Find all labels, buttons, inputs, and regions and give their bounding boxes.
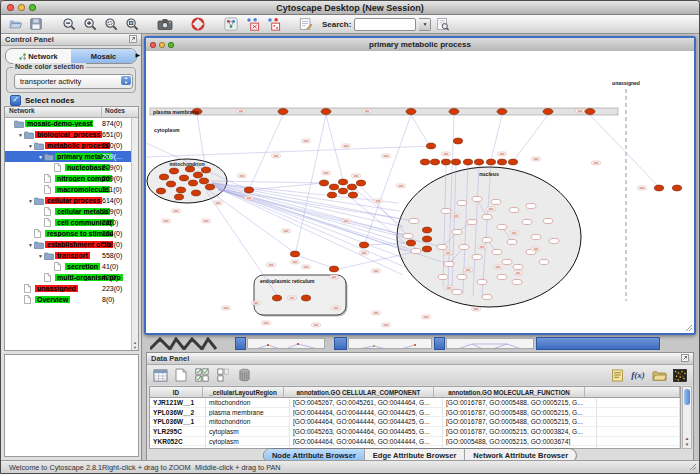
expand-arrow-icon[interactable]: ▼ — [27, 242, 34, 248]
network-node[interactable] — [497, 159, 506, 165]
network-node[interactable] — [347, 184, 356, 190]
tab-overflow-arrow[interactable]: ▶ — [135, 51, 140, 58]
tab-network[interactable]: Network — [6, 49, 71, 63]
network-node[interactable] — [422, 236, 431, 242]
network-node[interactable] — [403, 233, 413, 238]
tree-row[interactable]: ▼establishment of lo558(0) — [5, 239, 131, 250]
network-node[interactable] — [477, 279, 487, 284]
network-node[interactable] — [348, 192, 357, 198]
network-node[interactable] — [193, 172, 202, 178]
tree-row[interactable]: multi-organism pro42(0) — [5, 272, 131, 283]
network-overview-icon[interactable] — [222, 16, 240, 32]
network-node[interactable] — [463, 159, 472, 165]
network-node[interactable] — [508, 159, 517, 165]
network-node[interactable] — [166, 181, 175, 187]
network-node[interactable] — [176, 187, 185, 193]
network-node[interactable] — [411, 248, 421, 253]
tree-col-network[interactable]: Network — [5, 107, 102, 117]
background-window-edge[interactable] — [536, 337, 660, 350]
expand-arrow-icon[interactable]: ▼ — [37, 154, 44, 160]
network-node[interactable] — [319, 180, 328, 186]
network-node[interactable] — [420, 159, 429, 165]
network-node[interactable] — [422, 246, 431, 252]
unselect-attributes-icon[interactable] — [214, 367, 232, 383]
network-node[interactable] — [585, 109, 595, 115]
network-node[interactable] — [444, 261, 454, 266]
network-node[interactable] — [543, 109, 553, 115]
expand-arrow-icon[interactable]: ▼ — [17, 132, 24, 138]
attribute-matrix-icon[interactable] — [671, 367, 689, 383]
notes-icon[interactable] — [608, 367, 626, 383]
network-node[interactable] — [159, 174, 168, 180]
network-node[interactable] — [549, 238, 559, 243]
minimize-button[interactable] — [18, 4, 25, 11]
import-attributes-icon[interactable] — [650, 367, 668, 383]
tree-row[interactable]: cell communicat22(0) — [5, 217, 131, 228]
network-node[interactable] — [437, 244, 447, 249]
network-node[interactable] — [338, 179, 347, 185]
annotation-icon[interactable] — [297, 16, 315, 32]
col-cellular-layout-region[interactable]: _cellularLayoutRegion — [203, 387, 284, 397]
tree-row[interactable]: cellular metabo209(0) — [5, 206, 131, 217]
network-node[interactable] — [301, 295, 310, 301]
expand-arrow-icon[interactable]: ▼ — [27, 198, 34, 204]
network-node[interactable] — [539, 259, 549, 264]
table-row[interactable]: YJR121W__1mitochondrion[GO:0045267, GO:0… — [150, 398, 680, 408]
cytopanel-ring-icon[interactable] — [189, 16, 207, 32]
network-node[interactable] — [482, 214, 492, 219]
network-canvas[interactable]: plasma membranecytoplasmmitochondrionnuc… — [146, 51, 694, 333]
network-node[interactable] — [188, 180, 197, 186]
network-node[interactable] — [201, 167, 210, 173]
network-node[interactable] — [457, 200, 467, 205]
search-input[interactable] — [354, 18, 416, 31]
attribute-table-icon[interactable] — [151, 367, 169, 383]
network-node[interactable] — [338, 188, 347, 194]
close-button[interactable] — [150, 42, 156, 48]
node-color-dropdown[interactable]: transporter activity ▲▼ — [14, 74, 133, 89]
network-node[interactable] — [409, 218, 419, 223]
network-node[interactable] — [451, 159, 460, 165]
background-window-edge[interactable] — [235, 337, 246, 350]
network-node[interactable] — [452, 229, 462, 234]
network-node[interactable] — [449, 109, 459, 115]
select-nodes-checkbox[interactable]: ✓ — [10, 95, 21, 106]
resize-grip-icon[interactable] — [685, 324, 693, 332]
network-node[interactable] — [502, 259, 512, 264]
table-row[interactable]: YLR295Ccytoplasm[GO:0045263, GO:0044464,… — [150, 427, 680, 437]
advanced-search-icon[interactable] — [434, 16, 452, 32]
network-node[interactable] — [406, 240, 415, 246]
network-node[interactable] — [278, 109, 288, 115]
save-session-icon[interactable] — [27, 16, 45, 32]
network-node[interactable] — [179, 175, 188, 181]
network-node[interactable] — [486, 159, 495, 165]
network-node[interactable] — [497, 274, 507, 279]
network-node[interactable] — [512, 279, 522, 284]
tree-row[interactable]: mosaic-demo-yeast874(0) — [5, 118, 131, 129]
tree-row[interactable]: ▼cellular process614(0) — [5, 195, 131, 206]
search-dropdown-arrow[interactable]: ▼ — [419, 18, 431, 31]
network-node[interactable] — [492, 249, 502, 254]
select-all-attributes-icon[interactable] — [193, 367, 211, 383]
network-node[interactable] — [467, 219, 477, 224]
network-node[interactable] — [205, 184, 214, 190]
formula-fx-icon[interactable]: f(x) — [629, 367, 647, 383]
new-attribute-icon[interactable] — [172, 367, 190, 383]
snapshot-icon[interactable] — [156, 16, 174, 32]
app-resize-grip-icon[interactable] — [688, 462, 697, 473]
zoom-fit-icon[interactable] — [123, 16, 141, 32]
network-node[interactable] — [329, 266, 338, 272]
network-node[interactable] — [497, 109, 507, 115]
network-node[interactable] — [174, 194, 183, 200]
tab-mosaic[interactable]: Mosaic — [71, 49, 136, 63]
network-node[interactable] — [482, 294, 492, 299]
data-panel-scrollbar[interactable]: ▲▼ — [682, 386, 692, 449]
close-button[interactable] — [7, 4, 14, 11]
network-node[interactable] — [199, 178, 208, 184]
network-node[interactable] — [453, 138, 462, 144]
float-panel-icon[interactable] — [681, 354, 689, 364]
col-id[interactable]: ID — [150, 387, 203, 397]
network-node[interactable] — [191, 190, 200, 196]
col-go-cellular-component[interactable]: annotation.GO CELLULAR_COMPONENT — [284, 387, 434, 397]
network-window-titlebar[interactable]: primary metabolic process — [146, 38, 694, 52]
tree-row[interactable]: nitrogen compo209(0) — [5, 173, 131, 184]
